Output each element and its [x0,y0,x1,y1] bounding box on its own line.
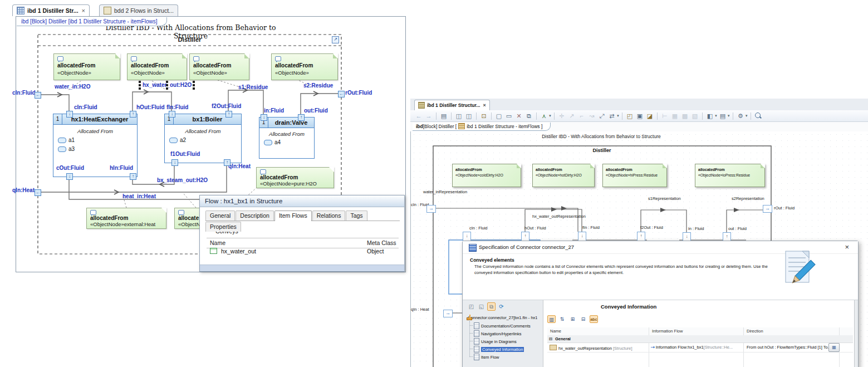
port-cin-hx1[interactable]: ↓ [463,232,471,241]
port-label-f2out[interactable]: f2Out : Fluid [640,225,663,230]
tree-item-item-flow[interactable]: Item Flow [474,354,499,360]
frame-label[interactable]: Distiller [546,148,658,153]
columns-icon[interactable]: ▥ [547,315,556,323]
allocated-from-note-colddirty[interactable]: allocatedFrom «ObjectNode»coldDirty:H2O [452,164,521,187]
delete-icon[interactable]: ✕ [514,111,523,120]
selection-handle[interactable] [139,84,141,86]
close-icon[interactable]: × [845,243,849,251]
selection-handle[interactable] [166,84,168,86]
flow-label-heat-in[interactable]: heat_in:Heat [122,193,156,199]
flow-label-bx-steam-out[interactable]: bx_steam_out:H2O [157,177,208,183]
diagram-windows-2-icon[interactable]: ◫ [464,111,473,120]
dropdown-caret-icon[interactable]: ▼ [616,114,620,118]
port-rout-frame[interactable]: ← [338,91,345,97]
port-fin-bx1[interactable]: ↓ [169,111,175,118]
tree-item-usage[interactable]: Usage in Diagrams [474,338,517,345]
close-tab-icon[interactable]: × [82,7,85,14]
tree-item-navigation[interactable]: Navigation/Hyperlinks [474,330,522,337]
allocated-from-note-lopress[interactable]: allocatedFrom «ObjectNode»loPress:Residu… [695,164,765,187]
abc-filter-icon[interactable]: abc [590,315,598,323]
allocated-from-note[interactable]: allocatedFrom «ObjectNode» [271,53,338,80]
port-qin-frame[interactable]: ← [35,189,41,196]
flow-label-s2[interactable]: s2:Residue [303,82,333,89]
allocated-from-note[interactable]: allocatedFrom «ObjectNode» [189,53,249,80]
expand-nodes-icon[interactable]: ⊞ [568,315,577,323]
tab-relations[interactable]: Relations [312,211,346,221]
open-element-icon[interactable]: ▭ [504,111,513,120]
dropdown-caret-icon[interactable]: ▼ [714,114,718,118]
tree-item-documentation[interactable]: Documentation/Comments [474,322,531,329]
selection-handle[interactable] [139,87,141,90]
column-name[interactable]: Name [210,239,225,246]
table-group-row[interactable]: ⊟ General [547,335,853,343]
port-label-qin[interactable]: qIn:Heat [228,163,251,169]
nav-back-icon[interactable]: ← [414,111,423,120]
flow-label-s1[interactable]: s1Representation [648,196,681,201]
port-label-cin[interactable]: cIn : Fluid [469,226,488,231]
selection-handle[interactable] [166,87,168,90]
port-label-f2out[interactable]: f2Out:Fluid [212,103,241,109]
nav-forward-icon[interactable]: → [424,111,433,120]
refresh-icon[interactable]: ⟳ [497,302,506,311]
flow-label-water-in[interactable]: water_in:H2O [55,84,90,90]
conveys-table-row[interactable]: hx_water_out Object [207,248,399,257]
breadcrumb[interactable]: ibd [Block] Distiller [ibd 1 Distiller S… [413,123,551,131]
frame-shortcut-icon[interactable]: ↗ [332,36,339,43]
allocated-item[interactable]: a1 [58,137,75,143]
port-cin-frame[interactable]: ← [35,92,41,99]
port-rout-frame[interactable]: → [763,205,772,213]
port-label-f1out[interactable]: f1Out:Fluid [170,151,200,157]
selection-handle[interactable] [166,81,168,83]
column-direction[interactable]: Direction [747,329,763,334]
edit-direction-button[interactable]: ▦ [828,343,840,352]
compartments-icon[interactable]: ▤ [718,111,727,120]
column-meta-class[interactable]: Meta Class [367,239,396,246]
zigzag-icon[interactable]: ⤢ [597,111,606,120]
tab-properties[interactable]: Properties [205,222,241,232]
port-cout-hx1[interactable]: ↓ [66,173,73,180]
column-information-flow[interactable]: Information Flow [652,329,683,334]
close-tab-icon[interactable]: × [483,102,486,108]
clone-icon[interactable]: ⧉ [524,111,533,120]
sort-alphabetically-icon[interactable]: ⇅ [558,315,566,323]
selection-handle[interactable] [193,81,195,83]
flow-label-s1[interactable]: s1:Residue [238,84,268,90]
allocated-item[interactable]: a2 [169,137,186,143]
block-drain-valve[interactable]: 1 drain:Valve Allocated From a4 [259,117,315,159]
show-in-tree-icon[interactable]: ⊡ [479,111,488,120]
copy-structure-icon[interactable]: ⧉ [487,302,496,311]
search-icon[interactable] [754,112,762,120]
collapse-nodes-icon[interactable]: ⊟ [579,315,587,323]
save-as-image-icon[interactable]: ◰ [625,111,634,120]
port-cin-frame[interactable]: → [426,205,436,213]
eraser-icon[interactable]: ◪ [645,111,654,120]
port-qin-frame[interactable]: → [443,310,453,317]
dropdown-caret-icon[interactable]: ▼ [745,114,748,118]
port-label-in[interactable]: in:Fluid [264,107,284,114]
new-element-icon[interactable]: ▢ [494,111,503,120]
dialog-title[interactable]: Flow : hx1_bx1 in Structure [200,195,404,207]
containment-tree-icon[interactable]: ▤ [439,111,448,120]
port-label-in[interactable]: in : Fluid [688,226,704,231]
table-row[interactable]: hx_water_outRepresentation [Structure] ⇢… [547,342,853,353]
tab-general[interactable]: General [205,211,235,221]
port-f2out-bx1[interactable]: ↑ [637,232,645,241]
port-label-cin-frame[interactable]: cIn:Fluid [12,90,36,96]
allocated-from-note-hipress[interactable]: allocatedFrom «ObjectNode»hiPress:Residu… [602,164,667,187]
port-label-hin[interactable]: hIn:Fluid [110,165,133,171]
allocated-item[interactable]: a3 [58,146,75,152]
allocated-from-note[interactable]: allocatedFrom «ObjectNode» [127,53,187,80]
dropdown-caret-icon[interactable]: ▼ [548,114,552,118]
tab-ibd-1-distiller[interactable]: ibd 1 Distiller Str... × [12,4,90,16]
allocated-from-note-external[interactable]: allocatedFrom «ObjectNode»external:Heat [86,208,166,229]
port-fin-bx1[interactable]: ↓ [578,232,586,241]
tab-item-flows[interactable]: Item Flows [274,211,312,221]
port-qin-bx1[interactable]: ↑ [224,159,231,166]
diagram-windows-icon[interactable]: ◫ [454,111,463,120]
port-label-out[interactable]: out:Fluid [304,107,328,114]
history-forward-icon[interactable]: ◱ [477,302,486,311]
tab-bdd-2-flows[interactable]: bdd 2 Flows in Struct... [99,4,178,16]
selection-handle[interactable] [193,84,195,86]
tab-tags[interactable]: Tags [346,211,367,221]
settings-gear-icon[interactable]: ⚙ [736,111,745,120]
